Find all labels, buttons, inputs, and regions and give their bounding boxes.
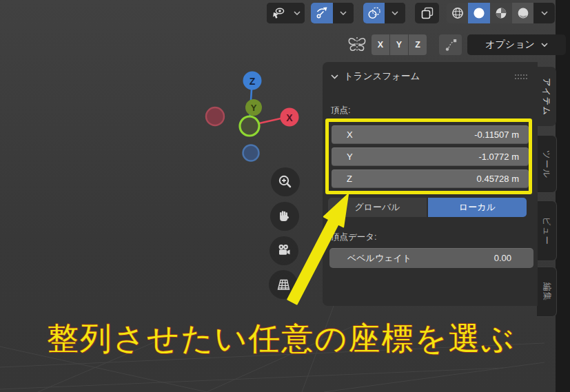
blender-3d-viewport: X Y Z オプション アイテム ツール ビュー 編集 トランスフォーム [0,0,570,392]
annotation-caption: 整列させたい任意の座標を選ぶ [47,318,516,360]
